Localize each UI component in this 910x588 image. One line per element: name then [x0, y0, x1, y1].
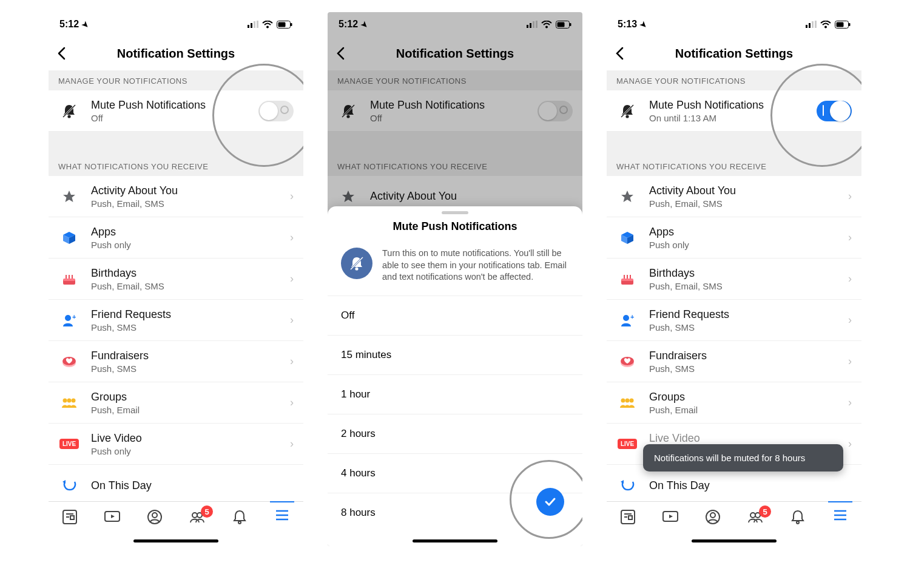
sheet-handle[interactable] — [442, 211, 468, 214]
live-icon: LIVE — [616, 439, 638, 449]
rewind-icon — [58, 480, 80, 491]
cellular-icon — [248, 21, 258, 28]
friends-row[interactable]: + Friend RequestsPush, SMS › — [49, 300, 303, 341]
star-icon — [58, 189, 80, 204]
tab-feed[interactable] — [58, 509, 82, 525]
sheet-option-2h[interactable]: 2 hours — [328, 414, 582, 454]
svg-rect-2 — [254, 21, 255, 28]
friend-icon: + — [616, 313, 638, 328]
friends-row[interactable]: +Friend RequestsPush, SMS› — [607, 300, 861, 341]
sheet-option-4h[interactable]: 4 hours — [328, 454, 582, 493]
tab-watch[interactable] — [100, 509, 124, 524]
svg-point-79 — [710, 513, 715, 518]
tab-profile[interactable] — [701, 509, 725, 525]
home-indicator[interactable] — [692, 539, 777, 542]
live-row[interactable]: LIVE Live VideoPush only › — [49, 424, 303, 465]
tab-profile[interactable] — [143, 509, 167, 525]
svg-rect-1 — [251, 23, 252, 28]
apps-row[interactable]: AppsPush only› — [607, 217, 861, 259]
tab-notifications[interactable] — [786, 509, 810, 525]
groups-row[interactable]: GroupsPush, Email› — [607, 382, 861, 424]
svg-rect-50 — [806, 25, 807, 28]
friend-icon: + — [58, 313, 80, 328]
box-icon — [58, 231, 80, 245]
svg-rect-63 — [624, 275, 625, 279]
svg-point-54 — [824, 25, 827, 28]
svg-rect-64 — [627, 275, 628, 279]
svg-rect-57 — [849, 23, 851, 26]
sheet-info-text: Turn this on to mute notifications. You'… — [382, 248, 569, 283]
svg-text:+: + — [72, 313, 76, 320]
svg-point-21 — [67, 398, 72, 402]
svg-rect-7 — [291, 23, 292, 26]
live-icon: LIVE — [58, 439, 80, 449]
svg-point-58 — [625, 115, 629, 118]
chevron-right-icon: › — [290, 396, 294, 409]
chevron-right-icon: › — [290, 272, 294, 285]
back-button[interactable] — [57, 47, 66, 60]
svg-rect-53 — [815, 21, 817, 28]
home-indicator[interactable] — [413, 539, 497, 542]
status-bar: 5:13➤ — [607, 12, 861, 36]
svg-rect-15 — [72, 275, 73, 279]
tab-menu[interactable] — [828, 501, 852, 521]
heart-coin-icon — [616, 354, 638, 369]
status-bar: 5:12➤ — [49, 12, 303, 36]
confirm-check-icon[interactable] — [536, 488, 564, 516]
svg-rect-0 — [248, 25, 249, 28]
tab-watch[interactable] — [658, 509, 682, 524]
back-button[interactable] — [615, 47, 624, 60]
mute-push-row[interactable]: Mute Push NotificationsOn until 1:13 AM — [607, 90, 861, 132]
chevron-right-icon: › — [290, 314, 294, 326]
tab-groups[interactable]: 5 — [743, 509, 767, 525]
tab-notifications[interactable] — [228, 509, 252, 525]
star-icon — [616, 189, 638, 204]
svg-rect-52 — [812, 21, 814, 28]
mute-toast: Notifications will be muted for 8 hours — [643, 444, 843, 471]
section-label-manage: MANAGE YOUR NOTIFICATIONS — [49, 70, 303, 90]
sheet-option-off[interactable]: Off — [328, 296, 582, 336]
mute-toggle[interactable] — [258, 101, 294, 121]
svg-point-47 — [355, 267, 358, 270]
tab-menu[interactable] — [270, 501, 294, 521]
mute-title: Mute Push Notifications — [649, 99, 817, 112]
svg-point-29 — [152, 513, 157, 518]
groups-row[interactable]: GroupsPush, Email › — [49, 382, 303, 424]
svg-rect-6 — [278, 22, 286, 27]
page-title: Notification Settings — [49, 47, 303, 61]
section-label-manage: MANAGE YOUR NOTIFICATIONS — [607, 70, 861, 90]
svg-rect-65 — [630, 275, 631, 279]
birthdays-row[interactable]: BirthdaysPush, Email, SMS › — [49, 259, 303, 300]
home-indicator[interactable] — [133, 539, 218, 542]
mute-toggle[interactable] — [817, 101, 852, 121]
tab-groups[interactable]: 5 — [185, 509, 209, 525]
bell-slash-icon — [341, 248, 372, 279]
activity-row[interactable]: Activity About YouPush, Email, SMS › — [49, 176, 303, 217]
chevron-right-icon: › — [290, 438, 294, 450]
svg-text:+: + — [630, 313, 634, 320]
svg-rect-13 — [66, 275, 67, 279]
cake-icon — [58, 272, 80, 286]
svg-rect-62 — [621, 279, 633, 281]
birthdays-row[interactable]: BirthdaysPush, Email, SMS› — [607, 259, 861, 300]
location-arrow-icon: ➤ — [80, 19, 91, 30]
chevron-right-icon: › — [290, 355, 294, 368]
activity-row[interactable]: Activity About YouPush, Email, SMS› — [607, 176, 861, 217]
sheet-option-15m[interactable]: 15 minutes — [328, 336, 582, 375]
mute-push-row[interactable]: Mute Push Notifications Off — [49, 90, 303, 132]
svg-point-71 — [625, 398, 630, 402]
fundraisers-row[interactable]: FundraisersPush, SMS › — [49, 341, 303, 382]
status-time: 5:12 — [59, 19, 79, 30]
section-label-receive: WHAT NOTIFICATIONS YOU RECEIVE — [49, 156, 303, 176]
tab-feed[interactable] — [616, 509, 640, 525]
fundraisers-row[interactable]: FundraisersPush, SMS› — [607, 341, 861, 382]
memory-row[interactable]: On This Day — [49, 465, 303, 506]
cake-icon — [616, 272, 638, 286]
svg-point-4 — [266, 25, 269, 28]
screen-2: 5:12➤ Notification Settings MANAGE YOUR … — [328, 12, 582, 546]
sheet-option-1h[interactable]: 1 hour — [328, 375, 582, 414]
apps-row[interactable]: AppsPush only › — [49, 217, 303, 259]
svg-rect-51 — [809, 23, 811, 28]
bell-slash-icon — [616, 103, 638, 119]
battery-icon — [277, 21, 292, 29]
